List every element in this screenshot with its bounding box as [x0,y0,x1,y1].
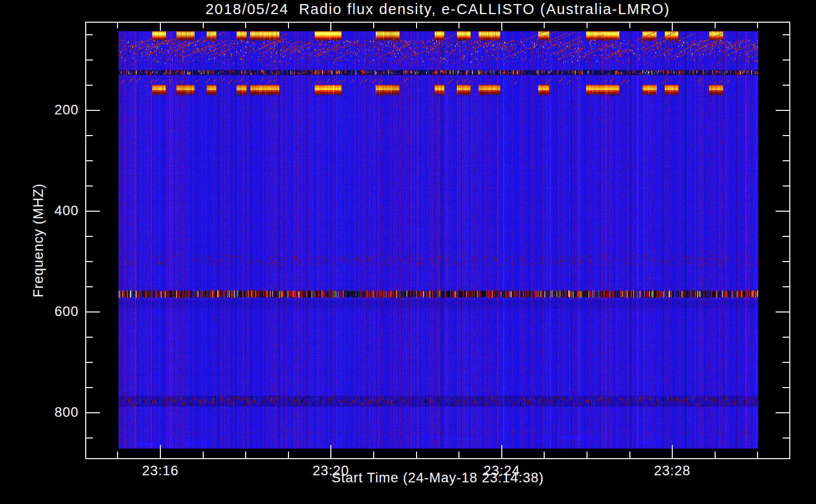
axis-tick [783,34,789,35]
axis-tick [458,452,459,458]
axis-tick [86,135,93,136]
axis-tick [757,452,758,458]
axis-tick [86,59,93,60]
axis-tick [373,452,374,458]
y-tick-label: 800 [19,405,79,420]
axis-tick [86,412,100,413]
axis-tick [501,445,502,458]
x-tick-label: 23:28 [637,463,708,479]
axis-tick [715,23,716,28]
axis-tick [86,286,93,287]
axis-tick [783,337,789,338]
axis-tick [783,387,789,388]
axis-tick [783,59,789,60]
axis-tick [160,23,161,31]
axis-tick [672,445,673,458]
axis-tick [86,236,93,237]
axis-tick [117,452,118,458]
axis-tick [783,85,789,86]
axis-tick [373,23,374,28]
axis-tick [86,387,93,388]
axis-tick [776,311,789,312]
y-tick-label: 400 [19,203,79,218]
axis-tick [86,337,93,338]
axis-tick [776,412,789,413]
axis-tick [86,211,100,212]
spectrogram-page: 2018/05/24 Radio flux density, e-CALLIST… [0,0,816,504]
axis-tick [86,85,93,86]
axis-tick [629,23,630,28]
axis-tick [86,110,100,111]
axis-tick [203,23,204,28]
axis-tick [86,185,93,186]
axis-tick [715,452,716,458]
spectrogram-canvas [119,31,758,449]
y-tick-label: 200 [19,102,79,117]
axis-tick [501,23,502,31]
axis-tick [783,160,789,161]
axis-tick [776,110,789,111]
axis-tick [416,23,417,28]
axis-tick [544,23,545,28]
axis-tick [544,452,545,458]
x-tick-label: 23:20 [296,463,366,479]
axis-tick [416,452,417,458]
axis-tick [330,23,331,31]
axis-tick [117,23,118,28]
axis-tick [672,23,673,31]
axis-tick [783,437,789,438]
axis-tick [245,23,246,28]
axis-tick [288,452,289,458]
axis-tick [288,23,289,28]
axis-tick [86,311,100,312]
axis-tick [330,445,331,458]
axis-tick [86,261,93,262]
axis-tick [86,437,93,438]
axis-tick [783,185,789,186]
axis-tick [458,23,459,28]
axis-tick [757,23,758,28]
axis-tick [783,362,789,363]
axis-tick [245,452,246,458]
axis-tick [776,211,789,212]
y-tick-label: 600 [19,304,79,319]
axis-tick [86,160,93,161]
axis-tick [783,261,789,262]
chart-title: 2018/05/24 Radio flux density, e-CALLIST… [86,1,790,18]
axis-tick [86,362,93,363]
axis-tick [86,34,93,35]
axis-tick [783,236,789,237]
axis-tick [203,452,204,458]
axis-tick [587,23,588,28]
x-tick-label: 23:16 [125,463,196,479]
axis-tick [629,452,630,458]
axis-tick [783,135,789,136]
axis-tick [160,445,161,458]
x-tick-label: 23:24 [467,463,537,479]
axis-tick [587,452,588,458]
axis-tick [783,286,789,287]
